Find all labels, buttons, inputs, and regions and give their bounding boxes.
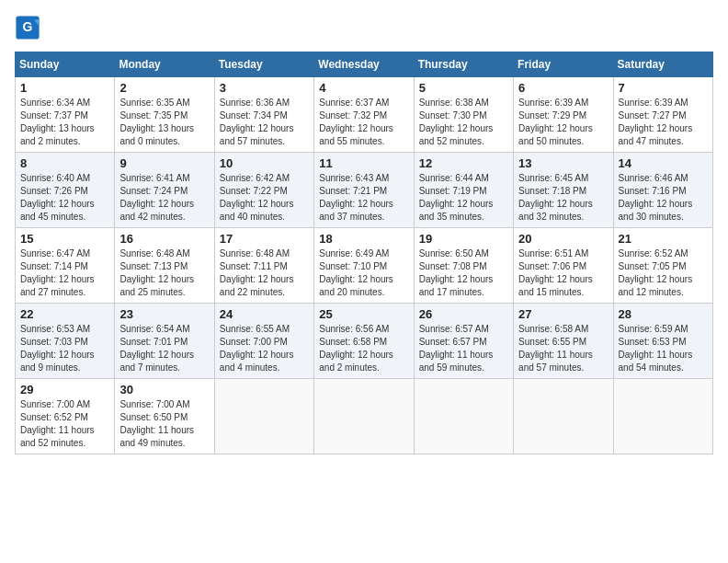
day-number: 22 bbox=[20, 307, 109, 321]
day-info: Sunrise: 6:34 AMSunset: 7:37 PMDaylight:… bbox=[20, 97, 109, 148]
calendar-cell: 24Sunrise: 6:55 AMSunset: 7:00 PMDayligh… bbox=[214, 304, 313, 379]
page-header: G bbox=[15, 15, 713, 40]
day-info: Sunrise: 6:50 AMSunset: 7:08 PMDaylight:… bbox=[419, 247, 508, 299]
day-info: Sunrise: 6:47 AMSunset: 7:14 PMDaylight:… bbox=[20, 247, 109, 299]
calendar-cell: 15Sunrise: 6:47 AMSunset: 7:14 PMDayligh… bbox=[16, 228, 115, 304]
day-number: 18 bbox=[319, 232, 408, 246]
calendar-cell: 6Sunrise: 6:39 AMSunset: 7:29 PMDaylight… bbox=[514, 77, 613, 153]
calendar-cell bbox=[414, 379, 513, 454]
day-number: 3 bbox=[220, 81, 309, 95]
day-info: Sunrise: 6:59 AMSunset: 6:53 PMDaylight:… bbox=[619, 323, 708, 374]
day-info: Sunrise: 6:56 AMSunset: 6:58 PMDaylight:… bbox=[319, 323, 408, 374]
day-number: 10 bbox=[220, 156, 309, 170]
svg-text:G: G bbox=[23, 19, 33, 34]
day-number: 25 bbox=[319, 307, 408, 321]
calendar-cell: 12Sunrise: 6:44 AMSunset: 7:19 PMDayligh… bbox=[414, 153, 513, 228]
calendar-cell: 29Sunrise: 7:00 AMSunset: 6:52 PMDayligh… bbox=[16, 379, 115, 454]
day-number: 29 bbox=[20, 383, 109, 396]
day-info: Sunrise: 6:55 AMSunset: 7:00 PMDaylight:… bbox=[220, 323, 309, 374]
column-header-wednesday: Wednesday bbox=[314, 52, 414, 77]
day-info: Sunrise: 6:52 AMSunset: 7:05 PMDaylight:… bbox=[619, 247, 708, 299]
day-info: Sunrise: 6:48 AMSunset: 7:11 PMDaylight:… bbox=[220, 247, 309, 299]
column-header-saturday: Saturday bbox=[613, 52, 712, 77]
day-number: 12 bbox=[419, 156, 508, 170]
day-number: 21 bbox=[619, 232, 708, 246]
day-number: 28 bbox=[619, 307, 708, 321]
day-info: Sunrise: 6:36 AMSunset: 7:34 PMDaylight:… bbox=[220, 97, 309, 148]
day-number: 2 bbox=[119, 81, 209, 95]
day-number: 7 bbox=[619, 81, 708, 95]
day-info: Sunrise: 7:00 AMSunset: 6:50 PMDaylight:… bbox=[119, 398, 209, 450]
day-info: Sunrise: 6:38 AMSunset: 7:30 PMDaylight:… bbox=[419, 97, 508, 148]
day-number: 8 bbox=[20, 156, 109, 170]
day-info: Sunrise: 6:42 AMSunset: 7:22 PMDaylight:… bbox=[220, 172, 309, 224]
calendar-week-row: 8Sunrise: 6:40 AMSunset: 7:26 PMDaylight… bbox=[16, 153, 713, 228]
calendar-cell: 16Sunrise: 6:48 AMSunset: 7:13 PMDayligh… bbox=[115, 228, 214, 304]
calendar-cell: 17Sunrise: 6:48 AMSunset: 7:11 PMDayligh… bbox=[214, 228, 313, 304]
calendar-cell: 13Sunrise: 6:45 AMSunset: 7:18 PMDayligh… bbox=[514, 153, 613, 228]
day-info: Sunrise: 6:39 AMSunset: 7:27 PMDaylight:… bbox=[619, 97, 708, 148]
column-header-tuesday: Tuesday bbox=[214, 52, 313, 77]
calendar-cell: 23Sunrise: 6:54 AMSunset: 7:01 PMDayligh… bbox=[115, 304, 214, 379]
day-number: 5 bbox=[419, 81, 508, 95]
column-header-monday: Monday bbox=[115, 52, 214, 77]
calendar-cell: 30Sunrise: 7:00 AMSunset: 6:50 PMDayligh… bbox=[115, 379, 214, 454]
day-info: Sunrise: 6:53 AMSunset: 7:03 PMDaylight:… bbox=[20, 323, 109, 374]
calendar-cell: 7Sunrise: 6:39 AMSunset: 7:27 PMDaylight… bbox=[613, 77, 712, 153]
day-info: Sunrise: 7:00 AMSunset: 6:52 PMDaylight:… bbox=[20, 398, 109, 450]
calendar-cell: 10Sunrise: 6:42 AMSunset: 7:22 PMDayligh… bbox=[214, 153, 313, 228]
calendar-cell: 26Sunrise: 6:57 AMSunset: 6:57 PMDayligh… bbox=[414, 304, 513, 379]
calendar-week-row: 29Sunrise: 7:00 AMSunset: 6:52 PMDayligh… bbox=[16, 379, 713, 454]
day-number: 15 bbox=[20, 232, 109, 246]
calendar-cell: 4Sunrise: 6:37 AMSunset: 7:32 PMDaylight… bbox=[314, 77, 414, 153]
calendar-header-row: SundayMondayTuesdayWednesdayThursdayFrid… bbox=[16, 52, 713, 77]
calendar-cell: 25Sunrise: 6:56 AMSunset: 6:58 PMDayligh… bbox=[314, 304, 414, 379]
calendar-cell bbox=[514, 379, 613, 454]
calendar-cell: 8Sunrise: 6:40 AMSunset: 7:26 PMDaylight… bbox=[16, 153, 115, 228]
day-info: Sunrise: 6:37 AMSunset: 7:32 PMDaylight:… bbox=[319, 97, 408, 148]
day-number: 14 bbox=[619, 156, 708, 170]
calendar-cell: 2Sunrise: 6:35 AMSunset: 7:35 PMDaylight… bbox=[115, 77, 214, 153]
logo: G bbox=[15, 15, 44, 40]
day-info: Sunrise: 6:58 AMSunset: 6:55 PMDaylight:… bbox=[518, 323, 608, 374]
day-info: Sunrise: 6:49 AMSunset: 7:10 PMDaylight:… bbox=[319, 247, 408, 299]
day-number: 1 bbox=[20, 81, 109, 95]
calendar-week-row: 15Sunrise: 6:47 AMSunset: 7:14 PMDayligh… bbox=[16, 228, 713, 304]
logo-icon: G bbox=[15, 15, 40, 40]
column-header-friday: Friday bbox=[514, 52, 613, 77]
day-number: 4 bbox=[319, 81, 408, 95]
calendar-cell: 28Sunrise: 6:59 AMSunset: 6:53 PMDayligh… bbox=[613, 304, 712, 379]
day-number: 20 bbox=[518, 232, 608, 246]
day-info: Sunrise: 6:46 AMSunset: 7:16 PMDaylight:… bbox=[619, 172, 708, 224]
day-info: Sunrise: 6:40 AMSunset: 7:26 PMDaylight:… bbox=[20, 172, 109, 224]
calendar-table: SundayMondayTuesdayWednesdayThursdayFrid… bbox=[15, 52, 713, 454]
calendar-week-row: 1Sunrise: 6:34 AMSunset: 7:37 PMDaylight… bbox=[16, 77, 713, 153]
column-header-thursday: Thursday bbox=[414, 52, 513, 77]
calendar-cell: 14Sunrise: 6:46 AMSunset: 7:16 PMDayligh… bbox=[613, 153, 712, 228]
calendar-cell: 20Sunrise: 6:51 AMSunset: 7:06 PMDayligh… bbox=[514, 228, 613, 304]
calendar-cell: 1Sunrise: 6:34 AMSunset: 7:37 PMDaylight… bbox=[16, 77, 115, 153]
day-info: Sunrise: 6:41 AMSunset: 7:24 PMDaylight:… bbox=[119, 172, 209, 224]
day-info: Sunrise: 6:57 AMSunset: 6:57 PMDaylight:… bbox=[419, 323, 508, 374]
day-number: 6 bbox=[518, 81, 608, 95]
calendar-cell bbox=[314, 379, 414, 454]
day-info: Sunrise: 6:39 AMSunset: 7:29 PMDaylight:… bbox=[518, 97, 608, 148]
day-number: 26 bbox=[419, 307, 508, 321]
column-header-sunday: Sunday bbox=[16, 52, 115, 77]
calendar-cell: 5Sunrise: 6:38 AMSunset: 7:30 PMDaylight… bbox=[414, 77, 513, 153]
calendar-cell: 21Sunrise: 6:52 AMSunset: 7:05 PMDayligh… bbox=[613, 228, 712, 304]
day-number: 27 bbox=[518, 307, 608, 321]
day-number: 11 bbox=[319, 156, 408, 170]
calendar-cell: 11Sunrise: 6:43 AMSunset: 7:21 PMDayligh… bbox=[314, 153, 414, 228]
day-number: 13 bbox=[518, 156, 608, 170]
day-number: 16 bbox=[119, 232, 209, 246]
day-number: 9 bbox=[119, 156, 209, 170]
calendar-week-row: 22Sunrise: 6:53 AMSunset: 7:03 PMDayligh… bbox=[16, 304, 713, 379]
calendar-cell: 22Sunrise: 6:53 AMSunset: 7:03 PMDayligh… bbox=[16, 304, 115, 379]
day-number: 30 bbox=[119, 383, 209, 396]
day-info: Sunrise: 6:43 AMSunset: 7:21 PMDaylight:… bbox=[319, 172, 408, 224]
calendar-cell: 18Sunrise: 6:49 AMSunset: 7:10 PMDayligh… bbox=[314, 228, 414, 304]
day-number: 19 bbox=[419, 232, 508, 246]
calendar-cell bbox=[214, 379, 313, 454]
day-number: 24 bbox=[220, 307, 309, 321]
